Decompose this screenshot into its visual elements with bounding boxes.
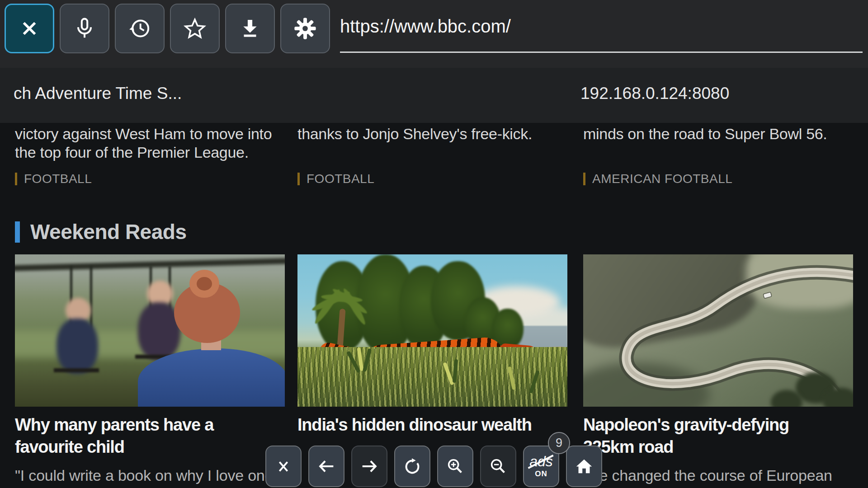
tag-label: FOOTBALL — [307, 172, 374, 186]
section-header: Weekend Reads — [15, 220, 186, 244]
card-snippet: "I could write a book on why I love one … — [15, 465, 304, 488]
card-image-dinosaur-jungle[interactable] — [297, 254, 567, 407]
floating-close-button[interactable] — [265, 446, 302, 487]
story-tag[interactable]: AMERICAN FOOTBALL — [583, 172, 732, 186]
tab-local-server[interactable]: 192.168.0.124:8080 — [580, 84, 729, 103]
bookmark-button[interactable] — [170, 4, 220, 53]
story-teaser[interactable]: minds on the road to Super Bowl 56. — [583, 125, 864, 143]
card-title[interactable]: Why many parents have a favourite child — [15, 414, 304, 458]
card-snippet: nce changed the course of European histo… — [583, 465, 868, 488]
card-title[interactable]: India's hidden dinosaur wealth — [297, 414, 587, 436]
zoom-out-button[interactable] — [480, 446, 516, 487]
bbc-page-content: victory against West Ham to move into th… — [0, 123, 868, 488]
tag-bar — [583, 173, 585, 185]
tab-adventure-time[interactable]: ch Adventure Time S... — [14, 84, 182, 103]
home-icon — [574, 456, 594, 477]
star-icon — [183, 16, 207, 41]
card-image-children-on-swings[interactable] — [15, 254, 285, 407]
section-title: Weekend Reads — [30, 220, 186, 244]
card-title[interactable]: Napoleon's gravity-defying 325km road — [583, 414, 868, 458]
adblock-count-badge: 9 — [548, 432, 570, 454]
tag-bar — [15, 173, 17, 185]
microphone-icon — [72, 16, 97, 41]
history-button[interactable] — [115, 4, 165, 53]
story-teaser[interactable]: thanks to Jonjo Shelvey's free-kick. — [297, 125, 579, 143]
download-icon — [238, 16, 262, 41]
browser-toolbar: https://www.bbc.com/ — [0, 0, 868, 68]
home-button[interactable] — [566, 446, 602, 487]
close-icon — [17, 16, 42, 41]
story-teaser[interactable]: victory against West Ham to move into th… — [15, 125, 296, 162]
gear-icon — [293, 16, 317, 41]
zoom-out-icon — [488, 456, 509, 477]
reload-button[interactable] — [394, 446, 430, 487]
adblock-icon: ads — [529, 455, 553, 468]
section-accent-bar — [15, 221, 20, 243]
close-icon — [273, 456, 294, 477]
downloads-button[interactable] — [225, 4, 275, 53]
tag-label: AMERICAN FOOTBALL — [592, 172, 732, 186]
close-button[interactable] — [5, 4, 54, 53]
tag-label: FOOTBALL — [24, 172, 92, 186]
history-icon — [127, 16, 152, 41]
settings-button[interactable] — [280, 4, 330, 53]
zoom-in-icon — [445, 456, 466, 477]
adblock-state-label: ON — [535, 469, 547, 479]
back-button[interactable] — [308, 446, 344, 487]
story-tag[interactable]: FOOTBALL — [297, 172, 374, 186]
tab-strip: ch Adventure Time S... BBC - Homepage 19… — [0, 68, 868, 123]
story-tag[interactable]: FOOTBALL — [15, 172, 92, 186]
tag-bar — [297, 173, 300, 185]
voice-search-button[interactable] — [60, 4, 109, 53]
url-underline — [340, 52, 863, 53]
forward-button[interactable] — [351, 446, 387, 487]
forward-arrow-icon — [359, 456, 380, 477]
zoom-in-button[interactable] — [437, 446, 473, 487]
card-image-winding-road[interactable] — [583, 254, 853, 407]
back-arrow-icon — [316, 456, 337, 477]
url-bar[interactable]: https://www.bbc.com/ — [340, 16, 511, 37]
reload-icon — [402, 456, 423, 477]
